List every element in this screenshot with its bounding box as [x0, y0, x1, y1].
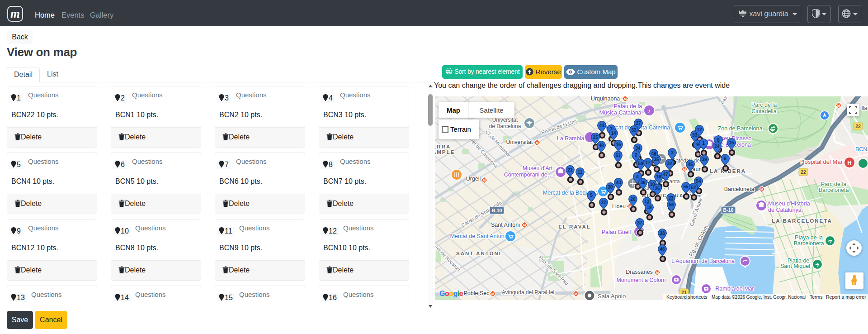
svg-text:Rambla de Mar: Rambla de Mar — [715, 286, 754, 292]
svg-text:Zoo de Barcelona: Zoo de Barcelona — [718, 125, 763, 132]
svg-text:Google: Google — [439, 290, 463, 297]
svg-text:BCNa: BCNa — [855, 146, 868, 153]
svg-text:12: 12 — [697, 127, 702, 132]
svg-text:Mercat de Sant Antoni: Mercat de Sant Antoni — [450, 233, 506, 239]
svg-text:B-10: B-10 — [723, 207, 734, 213]
svg-text:1: 1 — [702, 141, 705, 146]
svg-text:19: 19 — [646, 205, 652, 210]
svg-text:M: M — [760, 187, 763, 191]
svg-text:lla: lla — [862, 105, 867, 111]
svg-text:Museu d'Art: Museu d'Art — [523, 165, 553, 172]
svg-text:M: M — [483, 178, 486, 182]
svg-text:M: M — [656, 271, 659, 275]
svg-text:47: 47 — [663, 172, 668, 177]
svg-text:Terms: Terms — [810, 294, 823, 300]
svg-text:Map data ©2026 Google, Inst. G: Map data ©2026 Google, Inst. Geogr. Naci… — [712, 295, 806, 300]
svg-text:Satellite: Satellite — [479, 106, 503, 114]
svg-text:Urquinaona: Urquinaona — [591, 96, 620, 102]
svg-text:Barceloneta: Barceloneta — [794, 240, 824, 247]
svg-text:M: M — [624, 97, 627, 101]
svg-text:Liceu: Liceu — [612, 203, 626, 210]
svg-text:Museu d'Història: Museu d'Història — [768, 200, 810, 207]
svg-text:Ciutadella: Ciutadella — [751, 108, 777, 115]
svg-text:9: 9 — [696, 142, 699, 147]
svg-text:18: 18 — [656, 174, 661, 179]
svg-text:de Barcelona: de Barcelona — [489, 123, 521, 129]
svg-text:46: 46 — [660, 247, 665, 252]
svg-text:54: 54 — [696, 179, 701, 184]
svg-text:5: 5 — [590, 193, 593, 198]
svg-text:Terrain: Terrain — [450, 125, 471, 133]
svg-text:B-10: B-10 — [492, 208, 502, 213]
svg-text:Barceloneta: Barceloneta — [819, 187, 849, 193]
svg-text:52: 52 — [691, 185, 696, 190]
svg-text:39: 39 — [702, 157, 707, 162]
svg-text:Parc de la: Parc de la — [751, 102, 777, 108]
svg-text:SANT ANTONI: SANT ANTONI — [456, 251, 501, 256]
svg-text:30: 30 — [608, 185, 613, 190]
svg-text:4: 4 — [636, 174, 639, 179]
svg-text:21: 21 — [567, 167, 573, 172]
svg-text:28: 28 — [660, 231, 665, 236]
svg-text:H: H — [847, 159, 851, 166]
svg-text:Palau de la: Palau de la — [614, 103, 642, 110]
svg-text:Universitat: Universitat — [492, 117, 518, 123]
svg-text:M: M — [575, 292, 577, 296]
svg-text:34: 34 — [635, 146, 641, 151]
svg-text:Sala Apolo: Sala Apolo — [598, 293, 626, 300]
svg-text:M: M — [683, 167, 686, 172]
svg-text:3: 3 — [671, 150, 674, 155]
svg-text:Hospital del Mar: Hospital del Mar — [800, 158, 843, 165]
svg-text:11: 11 — [578, 170, 583, 175]
svg-text:Urgell: Urgell — [466, 176, 481, 182]
svg-text:24: 24 — [714, 144, 720, 149]
svg-text:Report a map error: Report a map error — [826, 294, 866, 300]
svg-text:44: 44 — [599, 123, 604, 128]
svg-text:22: 22 — [601, 200, 606, 205]
svg-text:ERRA: ERRA — [435, 144, 451, 149]
svg-text:25: 25 — [593, 135, 598, 140]
svg-text:20: 20 — [630, 197, 636, 202]
svg-text:Sant Miquel: Sant Miquel — [780, 263, 810, 269]
svg-text:Avinguda del Paral·lel: Avinguda del Paral·lel — [502, 289, 555, 296]
svg-text:55: 55 — [683, 184, 689, 189]
svg-text:56: 56 — [669, 202, 674, 207]
svg-text:6: 6 — [724, 156, 726, 161]
svg-text:37: 37 — [637, 220, 642, 225]
svg-text:La Rambla: La Rambla — [557, 135, 584, 142]
svg-text:♪: ♪ — [648, 108, 651, 114]
svg-text:36: 36 — [640, 180, 646, 185]
svg-text:M: M — [536, 141, 538, 145]
svg-text:Parc de la: Parc de la — [821, 181, 846, 187]
svg-text:Drassanes: Drassanes — [626, 269, 653, 275]
svg-text:48: 48 — [599, 143, 604, 148]
svg-text:Poble Sec: Poble Sec — [464, 290, 490, 296]
svg-text:EL RAVAL: EL RAVAL — [558, 224, 591, 229]
svg-text:Música Catalana: Música Catalana — [599, 110, 641, 116]
svg-text:17: 17 — [645, 160, 651, 165]
svg-text:16: 16 — [616, 142, 621, 147]
svg-text:26: 26 — [655, 186, 660, 191]
svg-text:Palau Güell: Palau Güell — [602, 229, 631, 235]
svg-text:Playa de la: Playa de la — [795, 234, 823, 241]
svg-text:43: 43 — [616, 180, 621, 185]
svg-text:50: 50 — [638, 161, 643, 166]
svg-text:AMPLE: AMPLE — [435, 149, 455, 155]
svg-text:Monument a Colom: Monument a Colom — [616, 277, 665, 283]
svg-text:45: 45 — [688, 162, 693, 167]
svg-text:33: 33 — [631, 128, 637, 133]
svg-text:M: M — [491, 292, 494, 296]
svg-text:M: M — [837, 104, 840, 108]
svg-text:Universitat: Universitat — [506, 139, 533, 145]
svg-text:23: 23 — [668, 196, 674, 200]
svg-text:M: M — [523, 223, 526, 227]
svg-text:LA BARCELONETA: LA BARCELONETA — [772, 218, 832, 224]
svg-text:de Catalunya: de Catalunya — [768, 207, 802, 213]
svg-text:22: 22 — [855, 124, 861, 129]
svg-text:15: 15 — [729, 140, 734, 145]
svg-text:Keyboard shortcuts: Keyboard shortcuts — [666, 294, 707, 300]
svg-text:L'Aquàrium de Barcelona: L'Aquàrium de Barcelona — [671, 258, 735, 264]
svg-text:2: 2 — [635, 153, 637, 157]
svg-text:14: 14 — [611, 131, 616, 136]
svg-text:Sant Antoni: Sant Antoni — [491, 222, 520, 228]
